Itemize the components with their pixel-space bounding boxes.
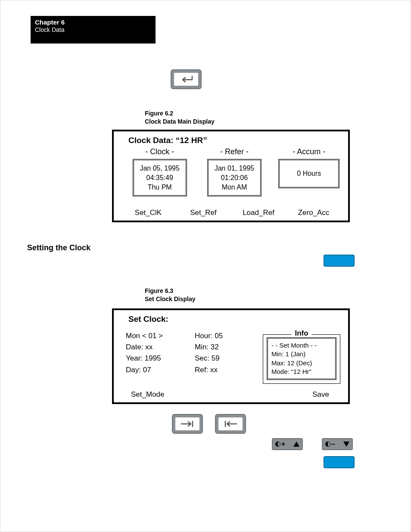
section-setting-the-clock: Setting the Clock [27, 244, 90, 252]
field-ref[interactable]: Ref: xx [195, 364, 251, 376]
refer-value-box: Jan 01, 1995 01:20:06 Mon AM [207, 159, 262, 196]
function-key-icon[interactable] [324, 255, 355, 267]
tab-back-icon [218, 417, 243, 430]
enter-arrow-icon [174, 73, 198, 86]
accum-header: - Accum - [272, 147, 346, 157]
softkey-row: Set_Mode Save [121, 391, 341, 398]
clock-data-main-display: Clock Data: “12 HR” - Clock - Jan 05, 19… [112, 130, 350, 222]
set-clock-display: Set Clock: Mon < 01 > Date: xx Year: 199… [112, 308, 350, 404]
chapter-title: Clock Data [35, 26, 151, 34]
accum-value: 0 Hours [287, 169, 330, 178]
info-line-title: - - Set Month - - [271, 341, 332, 350]
function-key-icon[interactable] [324, 456, 355, 468]
info-line-min: Min: 1 (Jan) [271, 350, 332, 358]
triangle-down-icon [343, 442, 349, 447]
field-month[interactable]: Mon < 01 > [126, 330, 195, 342]
info-legend: Info [291, 330, 311, 337]
clock-time: 04:35:49 [138, 173, 181, 183]
field-min[interactable]: Min: 32 [195, 342, 251, 353]
clock-day: Thu PM [138, 183, 181, 192]
contrast-down-key[interactable]: – [322, 438, 353, 450]
page: Chapter 6 Clock Data Figure 6.2 Clock Da… [0, 0, 411, 532]
triangle-up-icon [293, 442, 299, 447]
clock-header: - Clock - [122, 147, 197, 157]
field-hour[interactable]: Hour: 05 [195, 330, 251, 342]
softkey-set-clk[interactable]: Set_ClK [121, 209, 176, 216]
refer-header: - Refer - [197, 147, 271, 157]
info-line-max: Max: 12 (Dec) [271, 359, 332, 367]
field-year[interactable]: Year: 1995 [126, 353, 195, 364]
softkey-set-ref[interactable]: Set_Ref [176, 209, 231, 216]
figure-number: Figure 6.2 [145, 110, 173, 117]
chapter-number: Chapter 6 [35, 19, 151, 26]
info-box: Info - - Set Month - - Min: 1 (Jan) Max:… [263, 334, 340, 384]
enter-key[interactable] [171, 69, 202, 89]
field-date[interactable]: Date: xx [126, 342, 195, 353]
tab-back-key[interactable] [215, 414, 246, 434]
clock-date: Jan 05, 1995 [138, 164, 181, 173]
figure-title: Set Clock Display [145, 296, 196, 302]
contrast-up-icon: + [275, 441, 285, 448]
contrast-down-icon: – [325, 441, 335, 448]
figure-title: Clock Data Main Display [145, 118, 215, 125]
accum-column: - Accum - 0 Hours [272, 147, 346, 196]
figure-number: Figure 6.3 [145, 287, 173, 294]
softkey-zero-acc[interactable]: Zero_Acc [286, 209, 341, 216]
tab-forward-key[interactable] [172, 414, 203, 434]
info-content: - - Set Month - - Min: 1 (Jan) Max: 12 (… [267, 337, 336, 380]
left-fields: Mon < 01 > Date: xx Year: 1995 Day: 07 [126, 330, 195, 376]
softkey-set-mode[interactable]: Set_Mode [121, 391, 230, 398]
refer-day: Mon AM [213, 183, 256, 192]
clock-column: - Clock - Jan 05, 1995 04:35:49 Thu PM [122, 147, 197, 196]
softkey-save[interactable]: Save [230, 391, 341, 398]
clock-value-box: Jan 05, 1995 04:35:49 Thu PM [133, 159, 187, 196]
chapter-header: Chapter 6 Clock Data [31, 16, 156, 44]
softkey-row: Set_ClK Set_Ref Load_Ref Zero_Acc [121, 209, 341, 216]
nav-keys [172, 414, 246, 434]
refer-date: Jan 01, 1995 [213, 164, 256, 173]
softkey-load-ref[interactable]: Load_Ref [231, 209, 286, 216]
columns: - Clock - Jan 05, 1995 04:35:49 Thu PM -… [122, 147, 346, 196]
figure-6-3-caption: Figure 6.3 Set Clock Display [145, 287, 196, 303]
info-line-mode: Mode: “12 Hr” [271, 367, 332, 376]
field-day[interactable]: Day: 07 [126, 364, 195, 376]
accum-value-box: 0 Hours [278, 159, 339, 188]
mid-fields: Hour: 05 Min: 32 Sec: 59 Ref: xx [195, 330, 251, 376]
contrast-keys: + – [272, 438, 353, 450]
tab-forward-icon [175, 417, 199, 430]
figure-6-2-caption: Figure 6.2 Clock Data Main Display [145, 109, 215, 126]
panel-title: Set Clock: [128, 314, 341, 324]
panel-title: Clock Data: “12 HR” [128, 136, 341, 146]
refer-column: - Refer - Jan 01, 1995 01:20:06 Mon AM [197, 147, 271, 196]
refer-time: 01:20:06 [213, 173, 256, 183]
field-sec[interactable]: Sec: 59 [195, 353, 251, 364]
contrast-up-key[interactable]: + [272, 438, 303, 450]
